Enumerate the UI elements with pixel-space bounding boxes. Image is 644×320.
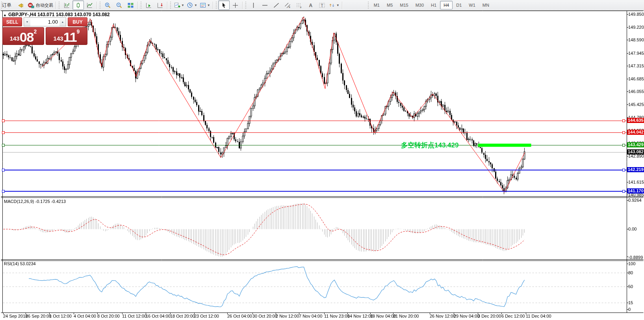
volume-value[interactable]: 1.00 — [30, 18, 59, 26]
periods-button[interactable]: ▼ — [186, 0, 199, 10]
tf-m1[interactable]: M1 — [370, 1, 383, 9]
tf-h1[interactable]: H1 — [427, 1, 440, 9]
vertical-line-button[interactable] — [248, 0, 259, 10]
toolbar-grip[interactable] — [216, 2, 217, 9]
crosshair-button[interactable] — [230, 0, 241, 10]
templates-button[interactable]: ▼ — [199, 0, 212, 10]
buy-button[interactable]: BUY — [68, 17, 87, 26]
chevron-down-icon[interactable]: ▼ — [181, 4, 184, 7]
buy-price-pip: 9 — [77, 29, 80, 34]
toolbar-separator — [56, 2, 56, 9]
chart-title-text: GBPJPY-,H4 143.071 143.083 143.070 143.0… — [8, 12, 110, 17]
buy-price-base: 143 — [54, 33, 63, 44]
tf-h4[interactable]: H4 — [440, 1, 453, 9]
text-icon: A — [307, 2, 314, 9]
tf-m5[interactable]: M5 — [383, 1, 396, 9]
toolbar-separator — [342, 2, 343, 9]
news-icon — [17, 2, 24, 9]
toolbar-grip[interactable] — [141, 2, 141, 9]
toolbar-separator — [213, 2, 213, 9]
toolbar-grip[interactable] — [170, 2, 171, 9]
sell-button[interactable]: SELL — [2, 17, 22, 26]
tf-w1[interactable]: W1 — [465, 1, 479, 9]
toolbar-separator — [167, 2, 168, 9]
toolbar-separator — [137, 2, 138, 9]
candles-icon — [75, 2, 82, 9]
pivot-annotation: 多空转折点143.429 — [401, 141, 458, 150]
toolbar-grip[interactable] — [59, 2, 59, 9]
indicators-icon — [174, 2, 180, 9]
cursor-icon — [221, 2, 227, 9]
tf-m30[interactable]: M30 — [412, 1, 427, 9]
volume-down-icon[interactable]: ▼ — [24, 18, 30, 26]
toolbar-grip[interactable] — [368, 2, 369, 9]
volume-stepper[interactable]: ▼ 1.00 ▲ — [24, 17, 66, 26]
tile-icon — [127, 2, 134, 9]
svg-text:E: E — [289, 6, 290, 8]
label-button[interactable]: T — [316, 0, 328, 10]
text-button[interactable]: A — [305, 0, 316, 10]
chevron-down-icon[interactable]: ▼ — [207, 4, 210, 7]
price-chart-canvas[interactable] — [0, 0, 644, 320]
sell-price-base: 143 — [10, 33, 20, 44]
svg-text:A: A — [309, 3, 312, 8]
tf-d1[interactable]: D1 — [453, 1, 465, 9]
toolbar-separator — [97, 2, 97, 9]
hline-icon — [262, 2, 268, 9]
trendline-button[interactable] — [271, 0, 282, 10]
orders-button[interactable]: 订单 — [4, 0, 15, 10]
svg-text:T: T — [321, 3, 323, 7]
rsi-label: RSI(14) 53.0234 — [4, 261, 36, 266]
tile-windows-button[interactable] — [125, 0, 136, 10]
channel-icon: E — [284, 2, 291, 9]
autoscroll-icon — [145, 2, 152, 9]
cursor-button[interactable] — [218, 0, 230, 10]
line-icon — [86, 2, 93, 9]
autotrade-icon — [28, 2, 34, 9]
clock-icon — [187, 2, 193, 9]
candlestick-button[interactable] — [72, 0, 84, 10]
collapse-panel-icon[interactable]: ▲ — [3, 13, 7, 17]
toolbar-grip[interactable] — [245, 2, 246, 9]
price-axis[interactable] — [627, 11, 644, 313]
chevron-down-icon[interactable]: ▼ — [336, 4, 340, 7]
svg-text:F: F — [300, 6, 302, 9]
chart-title: ▲GBPJPY-,H4 143.071 143.083 143.070 143.… — [3, 12, 109, 17]
fibo-icon: F — [296, 2, 303, 9]
horizontal-line-button[interactable] — [259, 0, 271, 10]
buy-price-big: 11 — [63, 30, 77, 44]
template-icon — [200, 2, 206, 9]
one-click-trading-panel: SELL ▼ 1.00 ▲ BUY 143 08 2 143 11 9 — [2, 17, 87, 45]
line-chart-button[interactable] — [84, 0, 95, 10]
chevron-down-icon[interactable]: ▼ — [194, 4, 197, 7]
chart-shift-button[interactable] — [154, 0, 166, 10]
autotrade-button[interactable]: 自动交易 — [26, 0, 54, 10]
buy-price-box[interactable]: 143 11 9 — [46, 27, 87, 45]
zoomin-icon — [104, 2, 111, 9]
auto-scroll-button[interactable] — [143, 0, 154, 10]
zoom-in-button[interactable] — [102, 0, 113, 10]
indicators-button[interactable]: ▼ — [173, 0, 186, 10]
chartshift-icon — [157, 2, 163, 9]
tf-mn[interactable]: MN — [479, 1, 493, 9]
time-axis[interactable] — [0, 313, 627, 320]
shapes-icon — [329, 2, 336, 9]
volume-up-icon[interactable]: ▲ — [59, 18, 66, 26]
crosshair-icon — [232, 2, 239, 9]
shapes-button[interactable]: ▼ — [328, 0, 341, 10]
fibonacci-button[interactable]: F — [293, 0, 305, 10]
news-icon[interactable] — [15, 0, 26, 10]
toolbar: 订单自动交易▼▼▼EFAT▼M1M5M15M30H1H4D1W1MN — [0, 0, 644, 11]
textlabel-icon: T — [319, 2, 325, 9]
equidistant-channel-button[interactable]: E — [282, 0, 293, 10]
macd-label: MACD(12,26,9) -0.1725 -0.4213 — [4, 199, 66, 204]
tf-m15[interactable]: M15 — [396, 1, 412, 9]
toolbar-grip[interactable] — [100, 2, 100, 9]
zoom-out-button[interactable] — [113, 0, 125, 10]
toolbar-separator — [242, 2, 243, 9]
bar-chart-button[interactable] — [61, 0, 72, 10]
zoomout-icon — [116, 2, 122, 9]
trend-icon — [273, 2, 280, 9]
bars-icon — [63, 2, 70, 9]
sell-price-box[interactable]: 143 08 2 — [2, 27, 44, 45]
